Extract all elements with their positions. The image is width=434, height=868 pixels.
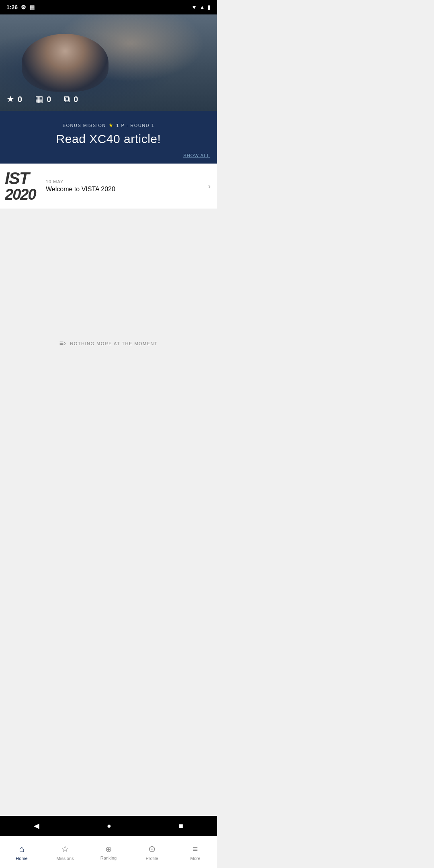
show-all-button[interactable]: SHOW ALL <box>183 153 210 158</box>
status-bar: 1:26 ⚙ ▤ ▼ ▲ ▮ <box>0 0 217 14</box>
battery-icon: ▮ <box>207 4 211 10</box>
nothing-more-icon: ≡› <box>59 339 66 348</box>
news-title: Welcome to VISTA 2020 <box>46 186 203 193</box>
bonus-label-text: BONUS MISSION <box>63 123 106 128</box>
bonus-label: BONUS MISSION ★ 1 P - ROUND 1 <box>10 122 207 128</box>
cards-icon: ⧉ <box>64 94 70 104</box>
sim-icon: ▤ <box>29 4 35 10</box>
star-count: 0 <box>18 95 22 104</box>
status-right: ▼ ▲ ▮ <box>191 4 211 10</box>
stat-stars: ★ 0 <box>6 94 22 104</box>
wifi-icon: ▼ <box>191 4 197 10</box>
news-section: IST 2020 10 MAY Welcome to VISTA 2020 › <box>0 164 217 209</box>
chevron-right-icon: › <box>208 182 211 190</box>
signal-icon: ▲ <box>199 4 205 10</box>
stat-cards: ⧉ 0 <box>64 94 78 104</box>
bonus-banner: BONUS MISSION ★ 1 P - ROUND 1 Read XC40 … <box>0 111 217 164</box>
news-logo: IST 2020 <box>5 170 41 202</box>
stats-overlay: ★ 0 ▦ 0 ⧉ 0 <box>6 94 78 104</box>
level-count: 0 <box>47 95 51 104</box>
bonus-points: 1 P - ROUND 1 <box>116 123 154 128</box>
time-display: 1:26 <box>6 4 18 10</box>
bonus-star-icon: ★ <box>108 122 114 128</box>
hero-image: ★ 0 ▦ 0 ⧉ 0 <box>0 14 217 111</box>
settings-icon: ⚙ <box>21 4 26 10</box>
star-icon: ★ <box>6 94 14 104</box>
status-left: 1:26 ⚙ ▤ <box>6 4 35 10</box>
logo-line2: 2020 <box>5 187 36 202</box>
bonus-title: Read XC40 article! <box>10 132 207 146</box>
news-content: 10 MAY Welcome to VISTA 2020 <box>41 179 208 193</box>
nothing-more-text: NOTHING MORE AT THE MOMENT <box>70 341 158 346</box>
nothing-more-section: ≡› NOTHING MORE AT THE MOMENT <box>0 330 217 357</box>
empty-state <box>0 209 217 330</box>
cards-count: 0 <box>74 95 78 104</box>
news-item-0[interactable]: IST 2020 10 MAY Welcome to VISTA 2020 › <box>0 164 217 209</box>
logo-line1: IST <box>5 170 29 187</box>
stat-level: ▦ 0 <box>35 94 51 104</box>
level-icon: ▦ <box>35 94 43 104</box>
news-date: 10 MAY <box>46 179 203 184</box>
